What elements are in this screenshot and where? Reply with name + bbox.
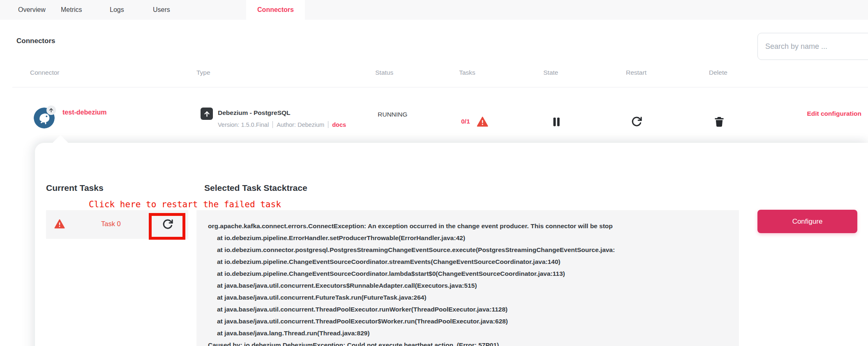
meta-separator	[272, 121, 273, 128]
stacktrace-line: at java.base/java.lang.Thread.run(Thread…	[208, 327, 739, 339]
stacktrace-line: at java.base/java.util.concurrent.Thread…	[208, 303, 739, 315]
connector-type-title: Debezium - PostgreSQL	[218, 109, 291, 117]
tasks-warning-icon	[477, 116, 488, 128]
page-title: Connectors	[16, 37, 55, 45]
connectors-page: Overview Metrics Logs Users Connectors C…	[0, 0, 868, 346]
column-header-state: State	[543, 69, 558, 76]
task-label: Task 0	[101, 220, 121, 228]
column-header-type: Type	[196, 69, 210, 76]
stacktrace-line: at java.base/java.util.concurrent.Execut…	[208, 280, 739, 291]
connector-author: Author: Debezium	[277, 121, 324, 128]
stacktrace-box: org.apache.kafka.connect.errors.ConnectE…	[196, 210, 739, 346]
source-badge-icon	[46, 105, 56, 115]
stacktrace-line: at java.base/java.util.concurrent.Future…	[208, 291, 739, 303]
delete-button[interactable]	[713, 116, 725, 127]
annotation-text: Click here to restart the failed task	[89, 199, 281, 209]
annotation-highlight-box	[149, 213, 185, 240]
task-warning-icon	[54, 219, 65, 229]
top-nav: Overview Metrics Logs Users Connectors	[0, 0, 868, 20]
edit-configuration-link[interactable]: Edit configuration	[807, 110, 861, 117]
column-header-restart: Restart	[626, 69, 646, 76]
pause-button[interactable]	[551, 116, 562, 128]
docs-link[interactable]: docs	[332, 121, 346, 128]
tab-metrics[interactable]: Metrics	[61, 0, 82, 20]
meta-separator	[328, 121, 328, 128]
tasks-ratio: 0/1	[461, 118, 470, 125]
status-value: RUNNING	[378, 111, 407, 118]
source-connector-icon	[201, 108, 213, 120]
column-header-delete: Delete	[709, 69, 727, 76]
stacktrace-line: at java.base/java.util.concurrent.Thread…	[208, 315, 739, 327]
column-header-tasks: Tasks	[459, 69, 476, 76]
tab-logs[interactable]: Logs	[110, 0, 124, 20]
stacktrace-title: Selected Task Stacktrace	[204, 183, 307, 193]
restart-button[interactable]	[631, 116, 642, 127]
panel-notch	[52, 135, 69, 143]
tab-overview[interactable]: Overview	[18, 0, 46, 20]
connector-version: Version: 1.5.0.Final	[218, 121, 269, 128]
tab-connectors[interactable]: Connectors	[246, 0, 305, 20]
tab-users[interactable]: Users	[153, 0, 170, 20]
stacktrace-line: at io.debezium.pipeline.ErrorHandler.set…	[208, 232, 739, 244]
column-header-status: Status	[375, 69, 393, 76]
current-tasks-title: Current Tasks	[46, 183, 104, 193]
table-header-divider	[12, 87, 868, 87]
stacktrace-line: at io.debezium.pipeline.ChangeEventSourc…	[208, 268, 739, 280]
stacktrace-line: Caused by: io.debezium.DebeziumException…	[208, 339, 739, 346]
search-input[interactable]	[757, 33, 868, 60]
stacktrace-line: org.apache.kafka.connect.errors.ConnectE…	[208, 220, 739, 232]
stacktrace-line: at io.debezium.connector.postgresql.Post…	[208, 244, 739, 256]
stacktrace-line: at io.debezium.pipeline.ChangeEventSourc…	[208, 256, 739, 268]
column-header-connector: Connector	[30, 69, 60, 76]
connector-name-link[interactable]: test-debezium	[62, 109, 107, 116]
configure-button[interactable]: Configure	[757, 210, 857, 233]
connector-type-meta: Version: 1.5.0.Final Author: Debezium do…	[218, 121, 346, 128]
